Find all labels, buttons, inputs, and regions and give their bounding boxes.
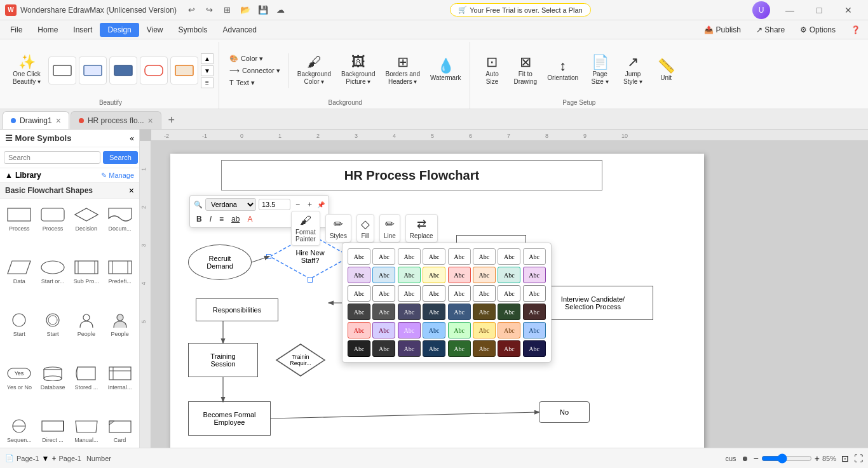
style-cell-5-3[interactable]: Abc <box>398 322 421 338</box>
shape-training[interactable]: TrainingSession <box>188 343 258 377</box>
tab-add-button[interactable]: + <box>163 111 180 129</box>
style-cell-1-3[interactable]: Abc <box>398 248 421 265</box>
fit-page-button[interactable]: ⊡ <box>841 453 849 464</box>
font-size-input[interactable] <box>259 199 290 210</box>
style-cell-3-3[interactable]: Abc <box>398 285 421 302</box>
trial-badge[interactable]: 🛒 Your Free Trial is over. Select a Plan <box>450 3 591 17</box>
style-cell-2-8[interactable]: Abc <box>523 267 546 283</box>
sidebar-collapse-button[interactable]: « <box>130 134 134 143</box>
shape-internal[interactable]: Internal... <box>104 361 135 411</box>
font-size-up[interactable]: + <box>305 199 315 210</box>
shape-data[interactable]: Data <box>4 255 35 305</box>
replace-button[interactable]: ⇄ Replace <box>405 214 438 243</box>
style-cell-4-6[interactable]: Abc <box>473 304 496 320</box>
style-cell-6-1[interactable]: Abc <box>348 340 370 357</box>
fit-drawing-button[interactable]: ⊠ Fit toDrawing <box>510 53 541 88</box>
selection-handle-bottom[interactable] <box>308 277 313 283</box>
style-cell-5-4[interactable]: Abc <box>423 322 445 338</box>
style-cell-4-1[interactable]: Abc <box>348 304 370 320</box>
style-cell-2-1[interactable]: Abc <box>348 267 370 283</box>
shape-yesno[interactable]: Yes Yes or No <box>4 361 35 411</box>
zoom-in-button[interactable]: + <box>815 453 820 464</box>
style-cell-3-1[interactable]: Abc <box>348 285 370 302</box>
selection-handle-left[interactable] <box>266 254 271 259</box>
shape-stored[interactable]: Stored ... <box>71 361 102 411</box>
style-cell-3-5[interactable]: Abc <box>448 285 471 302</box>
font-select[interactable]: Verdana <box>205 198 256 211</box>
watermark-button[interactable]: 💧 Watermark <box>426 57 465 84</box>
zoom-out-button[interactable]: − <box>754 453 759 464</box>
shape-subpro[interactable]: Sub Pro... <box>71 255 102 305</box>
search-input[interactable] <box>4 151 100 164</box>
save-button[interactable]: 💾 <box>255 3 271 18</box>
style-cell-2-3[interactable]: Abc <box>398 267 421 283</box>
cloud-button[interactable]: ☁ <box>273 3 288 18</box>
shape-no[interactable]: No <box>539 401 590 423</box>
format-painter-button[interactable]: 🖌 FormatPainter <box>291 211 320 246</box>
shape-process-2[interactable]: Process <box>37 203 69 253</box>
user-avatar[interactable]: U <box>752 1 770 19</box>
style-cell-6-2[interactable]: Abc <box>372 340 395 357</box>
style-cell-6-8[interactable]: Abc <box>523 340 546 357</box>
tab-drawing1[interactable]: Drawing1 × <box>3 111 69 129</box>
style-cell-4-3[interactable]: Abc <box>398 304 421 320</box>
open-button[interactable]: 📂 <box>238 3 253 18</box>
page-size-button[interactable]: 📄 PageSize ▾ <box>585 53 615 88</box>
unit-button[interactable]: 📏 Unit <box>651 57 681 84</box>
style-cell-3-4[interactable]: Abc <box>423 285 445 302</box>
search-button[interactable]: Search <box>103 151 138 164</box>
style-cell-1-2[interactable]: Abc <box>372 248 395 265</box>
menu-symbols[interactable]: Symbols <box>171 23 215 37</box>
manage-link[interactable]: ✎ Manage <box>101 171 134 180</box>
jump-style-button[interactable]: ↗ JumpStyle ▾ <box>618 53 648 88</box>
style-cell-5-1[interactable]: Abc <box>348 322 370 338</box>
menu-insert[interactable]: Insert <box>65 23 100 37</box>
shapes-close-button[interactable]: × <box>129 185 134 196</box>
beautify-style-3[interactable] <box>109 57 137 84</box>
styles-button[interactable]: ✏ Styles <box>325 214 351 243</box>
style-cell-1-4[interactable]: Abc <box>423 248 445 265</box>
style-cell-5-2[interactable]: Abc <box>372 322 395 338</box>
close-button[interactable]: ✕ <box>834 0 863 20</box>
style-cell-6-5[interactable]: Abc <box>448 340 471 357</box>
background-picture-button[interactable]: 🖼 BackgroundPicture ▾ <box>337 53 379 88</box>
background-color-button[interactable]: 🖌 BackgroundColor ▾ <box>294 53 335 88</box>
redo-button[interactable]: ↪ <box>202 3 217 18</box>
tab-close-drawing1[interactable]: × <box>56 116 61 126</box>
add-page-button[interactable]: + <box>51 454 56 463</box>
options-button[interactable]: ⚙ Options <box>795 23 841 36</box>
style-cell-5-5[interactable]: Abc <box>448 322 471 338</box>
shape-predefi[interactable]: Predefi... <box>104 255 135 305</box>
menu-home[interactable]: Home <box>30 23 65 37</box>
style-cell-5-7[interactable]: Abc <box>498 322 520 338</box>
style-cell-2-5[interactable]: Abc <box>448 267 471 283</box>
shape-people-2[interactable]: People <box>104 308 135 358</box>
shape-decision[interactable]: Decision <box>71 203 102 253</box>
page-down-button[interactable]: ▼ <box>41 454 49 463</box>
style-cell-3-2[interactable]: Abc <box>372 285 395 302</box>
style-cell-4-4[interactable]: Abc <box>423 304 445 320</box>
style-cell-2-2[interactable]: Abc <box>372 267 395 283</box>
style-cell-1-1[interactable]: Abc <box>348 248 370 265</box>
shape-process-1[interactable]: Process <box>4 203 35 253</box>
zoom-slider[interactable] <box>761 453 812 464</box>
style-cell-3-6[interactable]: Abc <box>473 285 496 302</box>
shape-database[interactable]: Database <box>37 361 69 411</box>
beautify-scroll-down[interactable]: ▼ <box>201 65 214 76</box>
beautify-style-2[interactable] <box>79 57 107 84</box>
color-button[interactable]: 🎨 Color ▾ <box>226 53 284 64</box>
style-cell-1-5[interactable]: Abc <box>448 248 471 265</box>
shape-responsibilities[interactable]: Responsibilities <box>196 298 278 321</box>
pin-icon[interactable]: 📌 <box>317 201 325 208</box>
beautify-style-5[interactable] <box>170 57 198 84</box>
fullscreen-button[interactable]: ⛶ <box>854 453 863 464</box>
auto-size-button[interactable]: ⊡ AutoSize <box>477 53 507 88</box>
shape-start-2[interactable]: Start <box>37 308 69 358</box>
underline-ab-button[interactable]: ab <box>229 213 242 225</box>
one-click-beautify-button[interactable]: ✨ One ClickBeautify ▾ <box>8 53 46 88</box>
text-button[interactable]: T Text ▾ <box>226 77 284 88</box>
shape-startor[interactable]: Start or... <box>37 255 69 305</box>
font-color-button[interactable]: A <box>245 213 255 225</box>
library-chevron[interactable]: ▲ <box>5 171 13 180</box>
style-cell-6-3[interactable]: Abc <box>398 340 421 357</box>
